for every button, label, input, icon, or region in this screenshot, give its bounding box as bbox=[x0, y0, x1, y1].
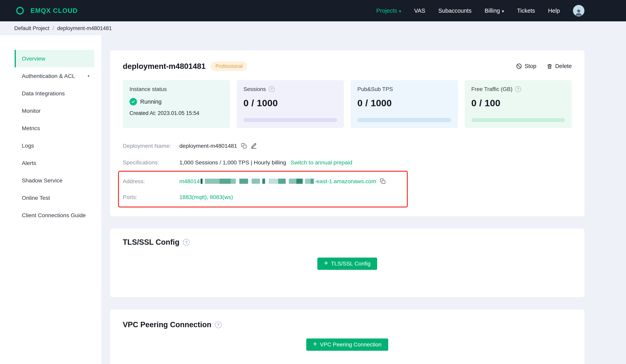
sidebar-item-alerts[interactable]: Alerts bbox=[15, 154, 94, 172]
add-vpc-peering-connection-button[interactable]: + VPC Peering Connection bbox=[306, 338, 388, 351]
top-navbar: EMQX CLOUD Projects ▾ VAS Subaccounts Bi… bbox=[0, 0, 626, 21]
sidebar-item-monitor[interactable]: Monitor bbox=[15, 102, 94, 119]
stat-free-traffic: Free Traffic (GB) ? 0 / 100 bbox=[465, 80, 572, 128]
created-at: Created At: 2023.01.05 15:54 bbox=[129, 110, 223, 116]
sidebar-item-metrics[interactable]: Metrics bbox=[15, 119, 94, 137]
plus-icon: + bbox=[313, 340, 317, 348]
vpc-peering-card: VPC Peering Connection ? + VPC Peering C… bbox=[110, 309, 585, 364]
plan-badge: Professional bbox=[211, 61, 247, 71]
chevron-down-icon: ▾ bbox=[502, 9, 504, 13]
edit-pencil-icon[interactable] bbox=[251, 143, 257, 149]
sidebar-item-online-test[interactable]: Online Test bbox=[15, 189, 94, 207]
add-tls-ssl-config-button[interactable]: + TLS/SSL Config bbox=[317, 257, 377, 270]
deployment-name-value: deployment-m4801481 bbox=[179, 143, 237, 149]
sidebar: Overview Authentication & ACL ▾ Data Int… bbox=[0, 35, 101, 364]
ports-row: Ports: 1883(mqtt), 8083(ws) bbox=[123, 189, 407, 205]
switch-annual-prepaid-link[interactable]: Switch to annual prepaid bbox=[290, 159, 352, 166]
nav-subaccounts[interactable]: Subaccounts bbox=[438, 7, 471, 14]
delete-button[interactable]: Delete bbox=[547, 63, 572, 70]
annotation-highlight-box: Address: m48014 -east-1.amazonaws.com bbox=[118, 171, 408, 208]
address-row: Address: m48014 -east-1.amazonaws.com bbox=[123, 173, 407, 189]
tls-ssl-card: TLS/SSL Config ? + TLS/SSL Config bbox=[110, 228, 585, 297]
redacted-address-mask bbox=[200, 179, 314, 184]
sessions-progress-bar bbox=[243, 118, 337, 122]
help-icon[interactable]: ? bbox=[183, 239, 190, 246]
stop-circle-icon bbox=[516, 63, 522, 69]
breadcrumb-project[interactable]: Default Project bbox=[14, 25, 49, 32]
copy-icon[interactable] bbox=[380, 178, 386, 184]
vpc-title: VPC Peering Connection bbox=[123, 321, 211, 329]
user-avatar[interactable] bbox=[573, 5, 585, 16]
chevron-down-icon: ▾ bbox=[399, 9, 401, 13]
sidebar-item-shadow-service[interactable]: Shadow Service bbox=[15, 172, 94, 189]
help-icon[interactable]: ? bbox=[269, 86, 274, 92]
sidebar-item-logs[interactable]: Logs bbox=[15, 137, 94, 154]
check-circle-icon bbox=[129, 98, 137, 106]
instance-status-value: Running bbox=[129, 98, 223, 106]
sidebar-item-overview[interactable]: Overview bbox=[15, 50, 94, 67]
deployment-details: Deployment Name: deployment-m4801481 bbox=[123, 138, 572, 208]
sidebar-item-client-connections-guide[interactable]: Client Connections Guide bbox=[15, 207, 94, 224]
nav-vas[interactable]: VAS bbox=[414, 7, 425, 14]
tps-value: 0 / 1000 bbox=[357, 98, 451, 109]
nav-billing[interactable]: Billing ▾ bbox=[485, 7, 504, 14]
help-icon[interactable]: ? bbox=[515, 86, 521, 92]
address-value: m48014 -east-1.amazonaws.com bbox=[179, 178, 376, 184]
traffic-progress-bar bbox=[471, 118, 565, 122]
stat-sessions: Sessions ? 0 / 1000 bbox=[237, 80, 344, 128]
nav-projects[interactable]: Projects ▾ bbox=[376, 7, 401, 14]
ports-value: 1883(mqtt), 8083(ws) bbox=[179, 194, 233, 200]
deployment-title: deployment-m4801481 bbox=[123, 62, 205, 71]
tls-title: TLS/SSL Config bbox=[123, 238, 179, 247]
stat-instance-status: Instance status Running Created At: 2023… bbox=[123, 80, 230, 128]
plus-icon: + bbox=[324, 259, 328, 267]
specifications-row: Specifications: 1,000 Sessions / 1,000 T… bbox=[123, 154, 572, 171]
brand-logo[interactable]: EMQX CLOUD bbox=[14, 6, 78, 15]
emqx-logo-icon bbox=[14, 6, 26, 15]
traffic-value: 0 / 100 bbox=[471, 98, 565, 109]
breadcrumb-current: deployment-m4801481 bbox=[57, 25, 112, 32]
brand-name: EMQX CLOUD bbox=[31, 7, 78, 14]
deployment-name-row: Deployment Name: deployment-m4801481 bbox=[123, 138, 572, 154]
deployment-card: deployment-m4801481 Professional Stop bbox=[110, 50, 585, 216]
sidebar-item-authentication-acl[interactable]: Authentication & ACL ▾ bbox=[15, 67, 94, 85]
nav-help[interactable]: Help bbox=[548, 7, 560, 14]
breadcrumb: Default Project / deployment-m4801481 bbox=[0, 21, 626, 35]
specifications-value: 1,000 Sessions / 1,000 TPS | Hourly bill… bbox=[179, 159, 286, 166]
nav-tickets[interactable]: Tickets bbox=[517, 7, 535, 14]
trash-icon bbox=[547, 63, 552, 69]
breadcrumb-separator: / bbox=[52, 25, 54, 32]
stat-cards: Instance status Running Created At: 2023… bbox=[123, 80, 572, 128]
sessions-value: 0 / 1000 bbox=[243, 98, 337, 109]
stop-button[interactable]: Stop bbox=[516, 63, 537, 70]
sidebar-item-data-integrations[interactable]: Data Integrations bbox=[15, 85, 94, 102]
tps-progress-bar bbox=[357, 118, 451, 122]
person-icon bbox=[574, 8, 583, 16]
main-content: deployment-m4801481 Professional Stop bbox=[101, 35, 626, 364]
help-icon[interactable]: ? bbox=[215, 322, 222, 328]
stat-pubsub-tps: Pub&Sub TPS 0 / 1000 bbox=[351, 80, 458, 128]
copy-icon[interactable] bbox=[241, 143, 247, 149]
chevron-down-icon: ▾ bbox=[87, 74, 89, 78]
nav-items: Projects ▾ VAS Subaccounts Billing ▾ Tic… bbox=[376, 5, 585, 16]
